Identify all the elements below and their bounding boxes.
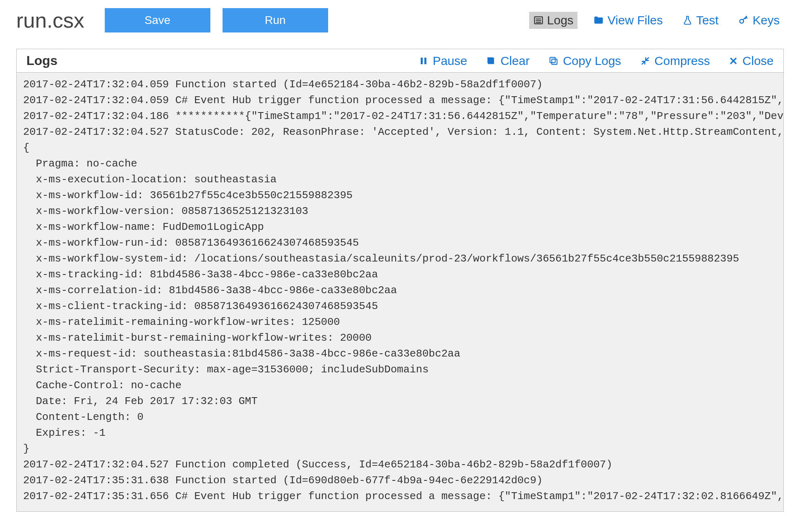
svg-rect-8 xyxy=(550,57,555,63)
copy-logs-label: Copy Logs xyxy=(563,54,621,68)
log-line: 2017-02-24T17:32:04.527 StatusCode: 202,… xyxy=(23,124,777,140)
editor-toolbar: run.csx Save Run Logs View Files Test Ke… xyxy=(0,0,800,41)
list-icon xyxy=(533,15,544,26)
logs-toggle-label: Logs xyxy=(547,13,573,27)
view-files-label: View Files xyxy=(608,13,663,27)
log-output[interactable]: 2017-02-24T17:32:04.059 Function started… xyxy=(17,73,783,511)
log-line: x-ms-workflow-version: 08587136525121323… xyxy=(23,203,777,219)
log-line: Content-Length: 0 xyxy=(23,409,777,425)
svg-rect-7 xyxy=(552,59,557,64)
log-output-container: 2017-02-24T17:32:04.059 Function started… xyxy=(17,73,783,511)
log-line: x-ms-workflow-id: 36561b27f55c4ce3b550c2… xyxy=(23,188,777,203)
view-files-link[interactable]: View Files xyxy=(589,12,667,29)
log-line: x-ms-workflow-name: FudDemo1LogicApp xyxy=(23,219,777,235)
log-line: 2017-02-24T17:32:04.059 C# Event Hub tri… xyxy=(23,93,777,108)
close-icon xyxy=(729,56,738,66)
test-label: Test xyxy=(696,13,718,27)
log-line: x-ms-ratelimit-burst-remaining-workflow-… xyxy=(23,330,777,346)
compress-icon xyxy=(640,56,651,66)
svg-point-4 xyxy=(740,19,744,23)
flask-icon xyxy=(682,15,693,26)
folder-icon xyxy=(593,15,604,26)
logs-panel: Logs Pause Clear Copy Logs Compress Clos… xyxy=(16,49,784,512)
log-line: x-ms-execution-location: southeastasia xyxy=(23,172,777,188)
keys-link[interactable]: Keys xyxy=(734,12,784,29)
log-line: Expires: -1 xyxy=(23,425,777,441)
log-line: Strict-Transport-Security: max-age=31536… xyxy=(23,362,777,378)
save-button[interactable]: Save xyxy=(105,8,210,32)
book-icon xyxy=(486,56,496,66)
logs-panel-header: Logs Pause Clear Copy Logs Compress Clos… xyxy=(17,49,783,73)
log-line: x-ms-workflow-system-id: /locations/sout… xyxy=(23,251,777,267)
log-line: x-ms-request-id: southeastasia:81bd4586-… xyxy=(23,346,777,362)
copy-logs-button[interactable]: Copy Logs xyxy=(548,54,621,68)
compress-button[interactable]: Compress xyxy=(640,54,710,68)
logs-panel-title: Logs xyxy=(26,53,57,68)
svg-rect-5 xyxy=(421,58,423,64)
toolbar-right: Logs View Files Test Keys xyxy=(529,12,784,29)
filename-label: run.csx xyxy=(16,8,84,32)
log-line: 2017-02-24T17:35:31.638 Function started… xyxy=(23,473,777,489)
log-line: x-ms-workflow-run-id: 085871364936166243… xyxy=(23,235,777,251)
log-line: 2017-02-24T17:35:31.656 C# Event Hub tri… xyxy=(23,489,777,504)
log-line: { xyxy=(23,140,777,156)
log-line: x-ms-tracking-id: 81bd4586-3a38-4bcc-986… xyxy=(23,267,777,283)
log-line: 2017-02-24T17:32:04.527 Function complet… xyxy=(23,457,777,473)
log-line: 2017-02-24T17:32:04.186 ***********{"Tim… xyxy=(23,108,777,124)
log-line: x-ms-correlation-id: 81bd4586-3a38-4bcc-… xyxy=(23,283,777,298)
pause-label: Pause xyxy=(432,54,467,68)
close-label: Close xyxy=(742,54,774,68)
keys-label: Keys xyxy=(752,13,780,27)
logs-toggle[interactable]: Logs xyxy=(529,12,577,29)
log-line: x-ms-ratelimit-remaining-workflow-writes… xyxy=(23,314,777,330)
log-line: Cache-Control: no-cache xyxy=(23,378,777,394)
test-link[interactable]: Test xyxy=(678,12,722,29)
compress-label: Compress xyxy=(655,54,710,68)
copy-icon xyxy=(548,56,559,66)
log-line: } xyxy=(23,441,777,457)
clear-button[interactable]: Clear xyxy=(486,54,530,68)
pause-button[interactable]: Pause xyxy=(419,54,467,68)
key-icon xyxy=(738,15,749,26)
pause-icon xyxy=(419,56,428,66)
svg-rect-6 xyxy=(424,58,426,64)
close-button[interactable]: Close xyxy=(729,54,774,68)
log-line: Pragma: no-cache xyxy=(23,156,777,172)
run-button[interactable]: Run xyxy=(223,8,328,32)
log-line: 2017-02-24T17:32:04.059 Function started… xyxy=(23,77,777,93)
log-line: x-ms-client-tracking-id: 085871364936166… xyxy=(23,298,777,314)
logs-actions: Pause Clear Copy Logs Compress Close xyxy=(419,54,774,68)
log-line: Date: Fri, 24 Feb 2017 17:32:03 GMT xyxy=(23,394,777,409)
clear-label: Clear xyxy=(500,54,530,68)
